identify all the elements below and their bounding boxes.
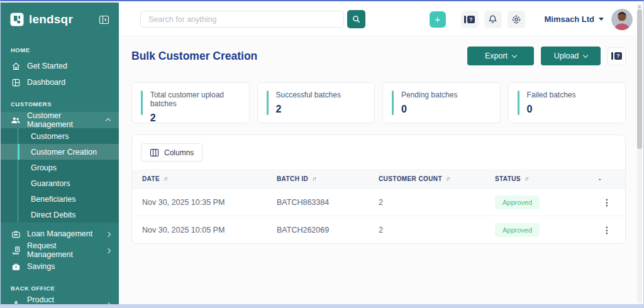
column-header-batch-id[interactable]: BATCH ID ↓↑ xyxy=(277,175,379,182)
main-content: Bulk Customer Creation Export Upload ? xyxy=(119,37,643,304)
sidebar-subitem-label: Customer Creation xyxy=(31,148,97,157)
upload-button-label: Upload xyxy=(554,52,579,60)
search-button[interactable] xyxy=(347,10,365,28)
sidebar-subitem-groups[interactable]: Groups xyxy=(1,160,119,175)
sort-icon[interactable]: ↓↑ xyxy=(446,175,450,182)
topbar-right-cluster: + ? Mimsach Ltd xyxy=(430,9,643,30)
stat-card-label: Pending batches xyxy=(401,91,457,99)
stat-card-value: 2 xyxy=(150,113,240,124)
cell-batch-id: BATCH262069 xyxy=(277,226,379,234)
cell-date: Nov 30, 2025 10:05 PM xyxy=(142,226,277,234)
sidebar-subitem-beneficiaries[interactable]: Beneficiaries xyxy=(1,191,119,207)
sidebar-item-savings[interactable]: Savings xyxy=(1,258,119,275)
sidebar-subitem-customer-creation[interactable]: Customer Creation xyxy=(1,144,119,160)
horizontal-scrollbar[interactable] xyxy=(1,304,643,308)
stat-card-total-batches: Total customer upload batches 2 xyxy=(131,82,250,123)
docs-help-icon: ? xyxy=(464,16,475,23)
sidebar-item-loan-management[interactable]: Loan Management xyxy=(1,226,119,242)
column-header-label: CUSTOMER COUNT xyxy=(379,175,442,182)
column-header-customer-count[interactable]: CUSTOMER COUNT ↓↑ xyxy=(379,175,495,182)
search-input[interactable] xyxy=(140,11,344,28)
search-bar xyxy=(140,10,365,28)
sidebar-item-get-started[interactable]: Get Started xyxy=(1,58,119,74)
column-header-date[interactable]: DATE ↓↑ xyxy=(142,175,277,182)
logo-text: lendsqr xyxy=(29,13,73,26)
sidebar-item-customer-management[interactable]: Customer Management xyxy=(1,112,119,128)
column-header-status[interactable]: STATUS ↓↑ xyxy=(495,175,599,182)
card-accent-bar xyxy=(141,91,143,115)
search-icon xyxy=(352,15,360,23)
sidebar: lendsqr HOME Get Started Dashboard CUSTO… xyxy=(1,3,119,304)
chevron-right-icon xyxy=(106,246,110,255)
card-accent-bar xyxy=(267,91,269,115)
page-title: Bulk Customer Creation xyxy=(131,50,257,63)
stats-row: Total customer upload batches 2 Successf… xyxy=(131,82,626,123)
vertical-scrollbar[interactable]: ▲ xyxy=(637,4,642,303)
kebab-menu-icon[interactable]: ⋮ xyxy=(602,225,615,235)
docs-help-button[interactable]: ? xyxy=(461,11,479,28)
kebab-menu-icon[interactable]: ⋮ xyxy=(602,197,615,207)
account-name: Mimsach Ltd xyxy=(545,14,594,24)
sort-icon[interactable]: ↓↑ xyxy=(525,175,528,182)
column-header-label: BATCH ID xyxy=(277,175,308,182)
export-button-label: Export xyxy=(485,52,508,60)
title-actions: Export Upload ? xyxy=(467,47,626,65)
column-header-label: - xyxy=(599,175,601,182)
add-button[interactable]: + xyxy=(430,11,446,28)
caret-down-icon xyxy=(599,18,604,21)
sidebar-item-label: Customer Management xyxy=(27,111,100,129)
customer-management-submenu: Customers Customer Creation Groups Guara… xyxy=(1,128,119,223)
sidebar-subitem-direct-debits[interactable]: Direct Debits xyxy=(1,207,119,223)
settings-button[interactable] xyxy=(508,11,525,28)
card-accent-bar xyxy=(392,91,394,115)
stat-card-successful-batches: Successful batches 2 xyxy=(257,82,375,123)
sidebar-item-label: Loan Management xyxy=(27,229,92,238)
sort-icon[interactable]: ↓↑ xyxy=(312,175,316,182)
sidebar-item-product-management[interactable]: Product Management xyxy=(1,296,119,304)
sidebar-item-dashboard[interactable]: Dashboard xyxy=(1,74,119,91)
sidebar-subitem-guarantors[interactable]: Guarantors xyxy=(1,175,119,191)
sidebar-item-label: Request Management xyxy=(27,241,100,259)
sidebar-item-request-management[interactable]: Request Management xyxy=(1,242,119,258)
status-badge: Approved xyxy=(495,223,540,237)
app-window: lendsqr HOME Get Started Dashboard CUSTO… xyxy=(0,0,644,308)
sidebar-subitem-customers[interactable]: Customers xyxy=(1,128,119,144)
sidebar-subitem-label: Guarantors xyxy=(31,179,70,188)
users-icon xyxy=(11,115,21,125)
columns-button-label: Columns xyxy=(164,148,194,157)
sidebar-item-label: Get Started xyxy=(27,62,67,70)
page-docs-button[interactable]: ? xyxy=(608,47,626,65)
chevron-down-icon xyxy=(512,52,517,57)
account-menu[interactable]: Mimsach Ltd xyxy=(545,14,604,24)
logo-row: lendsqr xyxy=(1,3,119,36)
scrollbar-up-arrow[interactable]: ▲ xyxy=(637,4,642,9)
export-button[interactable]: Export xyxy=(467,47,534,65)
sidebar-subitem-label: Direct Debits xyxy=(31,211,76,219)
sidebar-item-label: Product Management xyxy=(27,295,100,304)
org-chart-icon xyxy=(11,299,21,304)
columns-icon xyxy=(150,148,159,157)
sidebar-subitem-label: Customers xyxy=(31,132,69,141)
chevron-up-icon xyxy=(106,116,110,124)
sidebar-section-home: HOME xyxy=(1,36,119,58)
table-row: Nov 30, 2025 10:05 PM BATCH262069 2 Appr… xyxy=(132,216,625,243)
stat-card-label: Failed batches xyxy=(527,91,576,99)
avatar[interactable] xyxy=(611,9,633,30)
sidebar-collapse-icon[interactable] xyxy=(99,14,109,25)
topbar: + ? Mimsach Ltd xyxy=(119,3,643,36)
stat-card-value: 2 xyxy=(276,104,341,115)
sort-icon[interactable]: ↓↑ xyxy=(164,175,167,182)
notifications-button[interactable] xyxy=(484,11,502,28)
cell-date: Nov 30, 2025 10:35 PM xyxy=(142,198,277,207)
columns-button[interactable]: Columns xyxy=(141,143,203,162)
gear-icon xyxy=(511,14,521,25)
plus-icon: + xyxy=(435,14,440,24)
batches-table-panel: Columns DATE ↓↑ BATCH ID ↓↑ CUSTOMER COU… xyxy=(131,135,626,244)
sidebar-item-label: Savings xyxy=(27,262,55,271)
docs-help-icon: ? xyxy=(611,52,622,60)
upload-button[interactable]: Upload xyxy=(541,47,601,65)
stat-card-failed-batches: Failed batches 0 xyxy=(508,82,626,123)
stat-card-label: Total customer upload batches xyxy=(150,91,240,108)
vertical-scrollbar-thumb[interactable] xyxy=(637,9,642,149)
column-header-label: STATUS xyxy=(495,175,521,182)
